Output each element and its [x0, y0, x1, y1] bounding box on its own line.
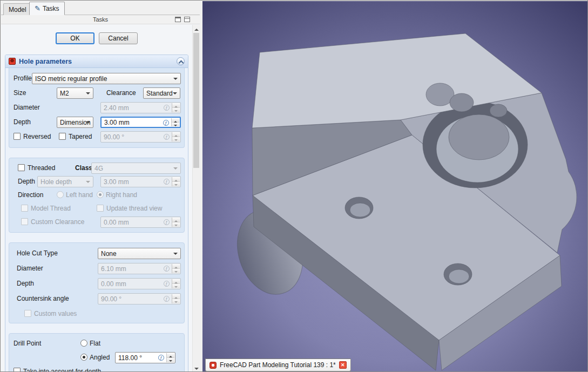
spin-up-icon[interactable]: [172, 118, 179, 123]
drill-point-label: Drill Point: [13, 340, 41, 347]
expression-icon[interactable]: ƒ: [164, 134, 170, 140]
spin-down-icon[interactable]: [172, 182, 180, 186]
thread-depth-spinbox[interactable]: 3.00 mm ƒ: [100, 176, 181, 187]
tapered-checkbox[interactable]: [59, 133, 66, 140]
tab-tasks[interactable]: ✎ Tasks: [29, 2, 65, 15]
collapse-chevron-icon[interactable]: [177, 57, 185, 65]
custom-values-checkbox[interactable]: [24, 310, 31, 317]
panel-tabbar: Model ✎ Tasks: [1, 1, 200, 15]
expression-icon[interactable]: ƒ: [163, 120, 169, 126]
left-hand-radio[interactable]: [57, 191, 64, 198]
spin-up-icon[interactable]: [172, 279, 180, 284]
right-hand-label[interactable]: Right hand: [106, 191, 137, 199]
clearance-select[interactable]: Standard: [143, 87, 180, 99]
update-thread-view-checkbox[interactable]: [97, 205, 104, 212]
scroll-up-icon[interactable]: [193, 25, 200, 32]
custom-clearance-spinbox[interactable]: 0.00 mm ƒ: [100, 217, 181, 228]
right-hand-radio[interactable]: [97, 191, 104, 198]
expression-icon[interactable]: ƒ: [164, 105, 170, 111]
detach-panel-icon[interactable]: [184, 17, 190, 22]
panel-scrollbar[interactable]: [192, 25, 200, 372]
profile-value: ISO metric regular profile: [35, 75, 107, 83]
custom-clearance-label[interactable]: Custom Clearance: [31, 218, 84, 226]
threaded-label[interactable]: Threaded: [28, 164, 55, 172]
profile-select[interactable]: ISO metric regular profile: [32, 73, 181, 84]
thread-class-select[interactable]: 4G: [91, 163, 181, 174]
ok-button[interactable]: OK: [56, 32, 94, 44]
clearance-value: Standard: [146, 90, 173, 97]
spin-up-icon[interactable]: [172, 103, 180, 108]
hole-parameters-header[interactable]: Hole parameters: [5, 55, 188, 68]
drill-point-group: Drill Point Flat Angled 118.00 ° ƒ: [9, 333, 185, 372]
countersink-angle-spinbox[interactable]: 90.00 ° ƒ: [98, 293, 181, 305]
thread-depth-mode-select[interactable]: Hole depth: [37, 176, 93, 187]
expression-icon[interactable]: ƒ: [164, 179, 170, 185]
drill-angle-spinbox[interactable]: 118.00 ° ƒ: [115, 352, 175, 363]
spin-down-icon[interactable]: [172, 137, 180, 141]
update-thread-view-label[interactable]: Update thread view: [106, 205, 162, 212]
angled-label[interactable]: Angled: [90, 354, 110, 361]
diameter-label: Diameter: [13, 104, 40, 111]
float-panel-icon[interactable]: [175, 17, 181, 22]
spin-up-icon[interactable]: [167, 353, 174, 358]
tapered-label[interactable]: Tapered: [69, 133, 92, 140]
scrollbar-thumb[interactable]: [193, 33, 199, 168]
spin-down-icon[interactable]: [167, 358, 174, 362]
flat-radio[interactable]: [80, 340, 87, 347]
spin-down-icon[interactable]: [172, 222, 180, 227]
take-into-account-checkbox[interactable]: [13, 368, 21, 372]
model-thread-checkbox[interactable]: [21, 205, 28, 212]
hole-cut-group: Hole Cut Type None Diameter 6.10 mm ƒ: [9, 242, 185, 323]
hole-cut-type-select[interactable]: None: [98, 248, 181, 259]
angled-radio[interactable]: [80, 354, 87, 361]
size-select[interactable]: M2: [57, 87, 93, 99]
reversed-checkbox[interactable]: [13, 133, 21, 140]
section-title: Hole parameters: [19, 58, 72, 65]
scroll-down-icon[interactable]: [193, 364, 200, 372]
custom-values-label[interactable]: Custom values: [34, 310, 77, 317]
part-top-small-hole[interactable]: [450, 93, 474, 112]
cut-diameter-label: Diameter: [17, 265, 43, 272]
spin-up-icon[interactable]: [172, 177, 180, 182]
taper-angle-spinbox[interactable]: 90.00 ° ƒ: [100, 131, 181, 143]
custom-clearance-checkbox[interactable]: [21, 218, 28, 225]
threaded-checkbox[interactable]: [18, 164, 25, 171]
profile-label: Profile: [13, 75, 32, 82]
spin-up-icon[interactable]: [172, 294, 180, 299]
left-hand-label[interactable]: Left hand: [66, 191, 93, 199]
depth-spinbox[interactable]: 3.00 mm ƒ: [100, 117, 181, 128]
model-viewport[interactable]: FreeCAD Part Modeling Tutorial 139 : 1* …: [202, 1, 587, 372]
spin-down-icon[interactable]: [172, 284, 180, 288]
hole-main-group: Profile ISO metric regular profile Size …: [9, 68, 185, 148]
part-inner-small-hole[interactable]: [490, 104, 507, 117]
thread-group: Threaded Class 4G Depth Hole depth 3.00 …: [9, 158, 185, 233]
reversed-label[interactable]: Reversed: [23, 133, 51, 140]
pen-icon: ✎: [35, 5, 40, 12]
spin-up-icon[interactable]: [172, 132, 180, 137]
spin-down-icon[interactable]: [172, 123, 179, 126]
cut-depth-spinbox[interactable]: 0.00 mm ƒ: [98, 278, 181, 289]
spin-up-icon[interactable]: [172, 218, 180, 222]
cancel-button[interactable]: Cancel: [99, 32, 138, 44]
model-thread-label[interactable]: Model Thread: [31, 205, 71, 212]
close-document-icon[interactable]: ✕: [339, 361, 347, 369]
spin-down-icon[interactable]: [172, 108, 180, 112]
expression-icon[interactable]: ƒ: [158, 355, 164, 361]
cut-diameter-spinbox[interactable]: 6.10 mm ƒ: [98, 263, 181, 274]
expression-icon[interactable]: ƒ: [164, 281, 170, 287]
diameter-spinbox[interactable]: 2.40 mm ƒ: [100, 102, 181, 113]
take-into-account-label[interactable]: Take into account for depth: [23, 368, 101, 372]
spin-up-icon[interactable]: [172, 264, 180, 269]
document-tab-label: FreeCAD Part Modeling Tutorial 139 : 1*: [220, 361, 336, 369]
expression-icon[interactable]: ƒ: [164, 219, 170, 225]
expression-icon[interactable]: ƒ: [164, 296, 170, 302]
spin-down-icon[interactable]: [172, 299, 180, 303]
expression-icon[interactable]: ƒ: [164, 266, 170, 272]
depth-mode-select[interactable]: Dimension: [57, 117, 93, 128]
document-tab[interactable]: FreeCAD Part Modeling Tutorial 139 : 1* …: [205, 359, 351, 371]
model-viewport-canvas[interactable]: [202, 1, 587, 372]
tab-model[interactable]: Model: [3, 3, 32, 15]
spin-down-icon[interactable]: [172, 269, 180, 273]
flat-label[interactable]: Flat: [90, 340, 100, 347]
depth-value: 3.00 mm: [104, 119, 130, 126]
